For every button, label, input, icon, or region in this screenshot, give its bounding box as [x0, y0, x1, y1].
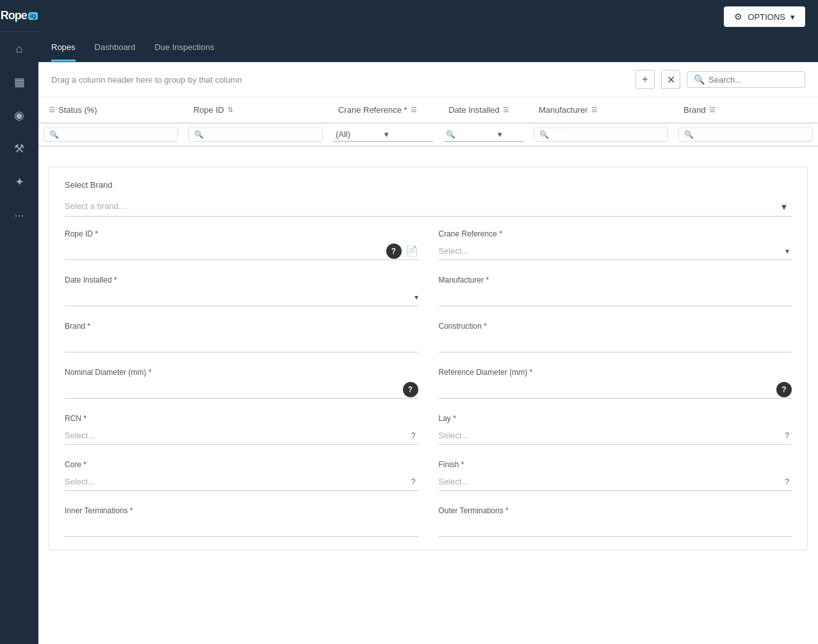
rope-id-help-icon[interactable]: ? — [386, 244, 402, 259]
table-filter-row: 🔍 🔍 (All) ▾ — [38, 123, 818, 146]
date-installed-group: Date Installed * ▾ — [65, 276, 418, 306]
tab-dashboard[interactable]: Dashboard — [95, 33, 136, 62]
inner-terminations-input[interactable] — [65, 519, 418, 536]
grid-icon[interactable]: ▦ — [0, 65, 38, 99]
inner-terminations-label: Inner Terminations * — [65, 506, 418, 515]
nominal-diameter-input[interactable] — [65, 381, 403, 398]
tool-icon[interactable]: ⚒ — [0, 132, 38, 165]
clear-button[interactable]: ✕ — [661, 70, 680, 89]
crane-reference-select[interactable]: Select... — [439, 242, 792, 260]
manufacturer-group: Manufacturer * — [439, 276, 792, 306]
reference-diameter-help-icon[interactable]: ? — [776, 382, 792, 397]
outer-terminations-input[interactable] — [439, 519, 792, 536]
date-installed-label: Date Installed * — [65, 276, 418, 285]
manufacturer-input[interactable] — [439, 288, 792, 306]
date-installed-wrapper: ▾ — [65, 288, 418, 306]
manufacturer-filter-input[interactable] — [552, 130, 662, 139]
filter-icon-crane: ☰ — [411, 106, 417, 114]
table-body — [38, 146, 818, 161]
col-brand[interactable]: Brand ☰ — [673, 97, 818, 123]
manufacturer-input-wrapper — [439, 288, 792, 306]
finish-select[interactable]: Select... — [439, 473, 792, 490]
construction-input[interactable] — [439, 334, 792, 352]
col-rope-id-label: Rope ID — [193, 105, 224, 115]
main-content: ⚙ OPTIONS ▾ Ropes Dashboard Due Inspecti… — [38, 0, 818, 644]
core-select[interactable]: Select... — [65, 473, 418, 490]
rope-id-doc-icon[interactable]: 📄 — [405, 245, 418, 257]
rope-id-icons: ? 📄 — [386, 244, 418, 259]
chevron-down-icon: ▾ — [790, 12, 795, 22]
rope-id-label: Rope ID * — [65, 229, 418, 238]
crane-reference-filter-select[interactable]: (All) ▾ — [333, 128, 433, 142]
filter-date-installed: 🔍 ▾ — [438, 123, 528, 146]
col-crane-reference[interactable]: Crane Reference * ☰ — [328, 97, 438, 123]
filter-status: 🔍 — [38, 123, 183, 146]
nominal-diameter-input-wrapper: ? — [65, 381, 418, 399]
brand-group: Brand * — [65, 322, 418, 352]
crane-reference-group: Crane Reference * Select... ▾ — [439, 229, 792, 260]
rcn-label: RCN * — [65, 414, 418, 423]
logo: RopeiQ — [0, 0, 38, 32]
home-icon[interactable]: ⌂ — [0, 32, 38, 65]
search-icon-status: 🔍 — [49, 130, 59, 139]
more-icon[interactable]: ··· — [0, 199, 38, 232]
options-button[interactable]: ⚙ OPTIONS ▾ — [724, 6, 805, 27]
filter-crane-value: (All) — [336, 129, 382, 139]
filter-crane-reference: (All) ▾ — [328, 123, 438, 146]
add-button[interactable]: + — [635, 70, 655, 89]
filter-brand: 🔍 — [673, 123, 818, 146]
status-filter-input[interactable] — [61, 130, 172, 139]
lay-select[interactable]: Select... — [439, 427, 792, 444]
tab-due-inspections[interactable]: Due Inspections — [154, 33, 214, 62]
col-rope-id[interactable]: Rope ID ⇅ — [183, 97, 328, 123]
nominal-diameter-help-icon[interactable]: ? — [403, 382, 418, 397]
col-date-installed-label: Date Installed — [448, 105, 500, 115]
rcn-select-wrapper: Select... ? — [65, 427, 418, 445]
rcn-select[interactable]: Select... — [65, 427, 418, 444]
form-panel: Select Brand Select a brand... ▾ Rope ID… — [49, 167, 808, 550]
select-brand-label: Select Brand — [65, 180, 792, 190]
date-installed-filter[interactable]: 🔍 ▾ — [443, 128, 523, 142]
brand-filter-input[interactable] — [696, 130, 807, 139]
col-date-installed[interactable]: Date Installed ☰ — [438, 97, 528, 123]
filter-date-icon: 🔍 — [446, 130, 469, 139]
crane-reference-label: Crane Reference * — [439, 229, 792, 238]
col-status-label: Status (%) — [58, 105, 97, 115]
search-input[interactable] — [708, 75, 798, 85]
data-table: ☰ Status (%) Rope ID ⇅ Crane Reference * — [38, 97, 818, 161]
rope-id-input-wrapper: ? 📄 — [65, 242, 418, 260]
plugin-icon[interactable]: ✦ — [0, 165, 38, 199]
reference-diameter-input[interactable] — [439, 381, 777, 398]
inner-terminations-input-wrapper — [65, 519, 418, 537]
outer-terminations-group: Outer Terminations * — [439, 506, 792, 537]
brand-input[interactable] — [65, 334, 418, 352]
crane-reference-select-wrapper: Select... ▾ — [439, 242, 792, 260]
lay-select-wrapper: Select... ? — [439, 427, 792, 445]
brand-select[interactable]: Select a brand... — [65, 196, 792, 216]
gear-icon: ⚙ — [734, 12, 742, 22]
lay-group: Lay * Select... ? — [439, 414, 792, 445]
reference-diameter-label: Reference Diameter (mm) * — [439, 368, 792, 377]
col-crane-reference-label: Crane Reference * — [338, 105, 407, 115]
rope-id-filter-input[interactable] — [206, 130, 317, 139]
date-installed-input[interactable] — [65, 288, 414, 306]
brand-label: Brand * — [65, 322, 418, 331]
search-box: 🔍 — [687, 71, 805, 88]
brand-input-wrapper — [65, 334, 418, 352]
rope-id-input[interactable] — [65, 242, 386, 260]
filter-icon-brand: ☰ — [709, 106, 716, 114]
toolbar-actions: + ✕ 🔍 — [635, 70, 805, 89]
nominal-diameter-group: Nominal Diameter (mm) * ? — [65, 368, 418, 399]
col-status[interactable]: ☰ Status (%) — [38, 97, 183, 123]
construction-input-wrapper — [439, 334, 792, 352]
filter-icon-date: ☰ — [503, 106, 509, 114]
form-grid: Rope ID * ? 📄 Crane Reference * Se — [65, 229, 792, 537]
filter-rope-id: 🔍 — [183, 123, 328, 146]
date-installed-arrow-icon: ▾ — [414, 293, 418, 302]
eye-icon[interactable]: ◉ — [0, 99, 38, 132]
table-header-row: ☰ Status (%) Rope ID ⇅ Crane Reference * — [38, 97, 818, 123]
tab-ropes[interactable]: Ropes — [51, 33, 76, 62]
logo-text: Rope — [1, 9, 27, 22]
outer-terminations-input-wrapper — [439, 519, 792, 537]
col-manufacturer[interactable]: Manufacturer ☰ — [528, 97, 673, 123]
